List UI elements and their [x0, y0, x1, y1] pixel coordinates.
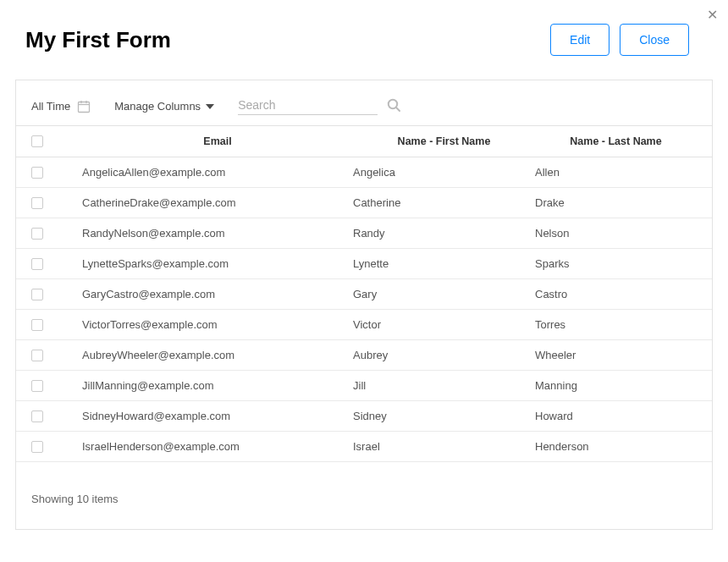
toolbar: All Time Manage Columns — [16, 80, 712, 125]
svg-line-5 — [396, 107, 400, 111]
cell-first-name: Randy — [353, 227, 535, 240]
table-row[interactable]: CatherineDrake@example.comCatherineDrake — [16, 188, 712, 218]
search-input[interactable] — [238, 98, 386, 112]
table-row[interactable]: GaryCastro@example.comGaryCastro — [16, 279, 712, 310]
cell-email: AngelicaAllen@example.com — [82, 166, 353, 179]
row-checkbox[interactable] — [31, 167, 43, 179]
search-wrap — [238, 97, 378, 115]
row-checkbox[interactable] — [31, 350, 43, 361]
table-row[interactable]: AubreyWheeler@example.comAubreyWheeler — [16, 340, 712, 371]
column-header-last-name[interactable]: Name - Last Name — [535, 135, 697, 147]
cell-last-name: Nelson — [535, 227, 697, 240]
cell-last-name: Sparks — [535, 257, 697, 270]
cell-first-name: Israel — [353, 440, 535, 453]
cell-first-name: Jill — [353, 379, 535, 392]
table-row[interactable]: LynetteSparks@example.comLynetteSparks — [16, 249, 712, 279]
calendar-icon — [77, 100, 91, 113]
caret-down-icon — [206, 104, 214, 109]
cell-email: IsraelHenderson@example.com — [82, 440, 353, 453]
row-checkbox[interactable] — [31, 380, 43, 392]
table-body: AngelicaAllen@example.comAngelicaAllenCa… — [16, 157, 712, 462]
close-icon[interactable]: ✕ — [707, 8, 718, 22]
row-checkbox[interactable] — [31, 410, 43, 422]
header-actions: Edit Close — [550, 24, 689, 56]
time-filter[interactable]: All Time — [31, 100, 91, 113]
cell-first-name: Angelica — [353, 166, 535, 179]
cell-last-name: Henderson — [535, 440, 697, 453]
cell-first-name: Catherine — [353, 196, 535, 209]
cell-last-name: Manning — [535, 379, 697, 392]
cell-last-name: Castro — [535, 288, 697, 300]
table-row[interactable]: VictorTorres@example.comVictorTorres — [16, 310, 712, 340]
time-filter-label: All Time — [31, 100, 70, 113]
row-checkbox[interactable] — [31, 197, 43, 209]
search-icon[interactable] — [386, 97, 401, 113]
cell-email: SidneyHoward@example.com — [82, 410, 353, 422]
cell-last-name: Drake — [535, 196, 697, 209]
cell-email: CatherineDrake@example.com — [82, 196, 353, 209]
cell-first-name: Victor — [353, 318, 535, 331]
row-checkbox[interactable] — [31, 441, 43, 453]
manage-columns-label: Manage Columns — [114, 100, 201, 113]
table-row[interactable]: AngelicaAllen@example.comAngelicaAllen — [16, 157, 712, 188]
cell-first-name: Sidney — [353, 410, 535, 422]
manage-columns[interactable]: Manage Columns — [114, 100, 214, 113]
table-row[interactable]: SidneyHoward@example.comSidneyHoward — [16, 401, 712, 432]
cell-email: AubreyWheeler@example.com — [82, 349, 353, 361]
submissions-table: Email Name - First Name Name - Last Name… — [16, 125, 712, 462]
svg-rect-0 — [79, 102, 90, 112]
table-row[interactable]: RandyNelson@example.comRandyNelson — [16, 218, 712, 249]
row-checkbox[interactable] — [31, 319, 43, 331]
column-header-first-name[interactable]: Name - First Name — [353, 135, 535, 147]
table-row[interactable]: IsraelHenderson@example.comIsraelHenders… — [16, 432, 712, 462]
cell-last-name: Wheeler — [535, 349, 697, 361]
table-row[interactable]: JillManning@example.comJillManning — [16, 371, 712, 401]
cell-email: JillManning@example.com — [82, 379, 353, 392]
table-footer: Showing 10 items — [16, 462, 712, 529]
showing-summary: Showing 10 items — [31, 493, 119, 505]
row-checkbox[interactable] — [31, 289, 43, 300]
cell-last-name: Howard — [535, 410, 697, 422]
row-checkbox[interactable] — [31, 228, 43, 240]
submissions-panel: All Time Manage Columns — [15, 80, 713, 530]
cell-first-name: Lynette — [353, 257, 535, 270]
edit-button[interactable]: Edit — [550, 24, 609, 56]
column-header-email[interactable]: Email — [82, 135, 353, 147]
select-all-checkbox[interactable] — [31, 135, 43, 147]
cell-email: RandyNelson@example.com — [82, 227, 353, 240]
row-checkbox[interactable] — [31, 258, 43, 270]
header: My First Form Edit Close — [0, 0, 728, 80]
cell-email: VictorTorres@example.com — [82, 318, 353, 331]
cell-last-name: Allen — [535, 166, 697, 179]
cell-first-name: Aubrey — [353, 349, 535, 361]
cell-email: GaryCastro@example.com — [82, 288, 353, 300]
page-title: My First Form — [25, 27, 171, 53]
cell-first-name: Gary — [353, 288, 535, 300]
close-button[interactable]: Close — [620, 24, 689, 56]
cell-email: LynetteSparks@example.com — [82, 257, 353, 270]
table-header: Email Name - First Name Name - Last Name — [16, 125, 712, 157]
cell-last-name: Torres — [535, 318, 697, 331]
